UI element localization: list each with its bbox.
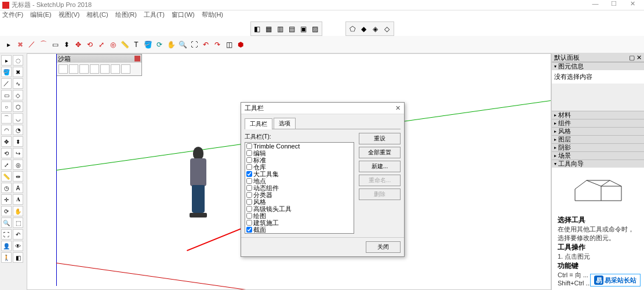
section-display-icon[interactable]: ▦ bbox=[264, 24, 274, 34]
section-cut-icon[interactable]: ▥ bbox=[275, 24, 286, 34]
next-view-icon[interactable]: ↷ bbox=[212, 39, 223, 50]
menu-window[interactable]: 窗口(W) bbox=[172, 10, 195, 20]
warehouse-icon[interactable]: ⬢ bbox=[235, 39, 246, 50]
arc3-tool[interactable]: ◠ bbox=[1, 125, 12, 135]
rotate-icon[interactable]: ⟲ bbox=[85, 39, 95, 50]
materials-section[interactable]: 材料 bbox=[552, 111, 644, 119]
entity-info-section[interactable]: 图元信息 bbox=[552, 62, 644, 70]
eraser-tool[interactable]: ✖ bbox=[13, 67, 23, 77]
sandbox-detail-icon[interactable] bbox=[111, 64, 120, 74]
toolbar-item-checkbox[interactable] bbox=[246, 220, 252, 226]
pan-tool[interactable]: ✋ bbox=[13, 206, 23, 216]
select-icon[interactable]: ▸ bbox=[3, 39, 14, 50]
toolbar-item[interactable]: 动态组件 bbox=[245, 184, 354, 191]
text3d-tool[interactable]: 𝐀 bbox=[13, 194, 23, 205]
toolbar-item-checkbox[interactable] bbox=[246, 143, 252, 149]
text-tool[interactable]: A bbox=[13, 183, 23, 193]
tray-header[interactable]: 默认面板▢ ✕ bbox=[552, 53, 644, 62]
line-tool[interactable]: ／ bbox=[1, 78, 12, 89]
paint-tool[interactable]: 🪣 bbox=[1, 67, 12, 77]
toolbar-item-checkbox[interactable] bbox=[246, 164, 252, 170]
sandbox-toolbar[interactable]: 沙箱 bbox=[56, 54, 142, 76]
look-tool[interactable]: 👁 bbox=[13, 241, 23, 251]
zoom-window-tool[interactable]: ⬚ bbox=[13, 217, 23, 228]
toolbar-item-checkbox[interactable] bbox=[246, 178, 252, 184]
maximize-button[interactable]: ☐ bbox=[605, 0, 623, 10]
toolbar-item-checkbox[interactable] bbox=[246, 199, 252, 205]
toolbar-item-checkbox[interactable] bbox=[246, 157, 252, 163]
components-section[interactable]: 组件 bbox=[552, 119, 644, 127]
sandbox-from-contours-icon[interactable] bbox=[59, 64, 68, 74]
select-tool[interactable]: ▸ bbox=[1, 55, 12, 66]
rename-button[interactable]: 重命名... bbox=[359, 175, 401, 186]
section-fill-icon[interactable]: ▤ bbox=[287, 24, 297, 34]
sandbox-close-icon[interactable] bbox=[134, 56, 140, 61]
menu-tools[interactable]: 工具(T) bbox=[144, 10, 165, 20]
section-plane-icon[interactable]: ◧ bbox=[252, 24, 263, 34]
section-tool2-icon[interactable]: ▨ bbox=[310, 24, 321, 34]
sandbox-from-scratch-icon[interactable] bbox=[69, 64, 78, 74]
shadows-section[interactable]: 阴影 bbox=[552, 143, 644, 151]
lasso-tool[interactable]: ◌ bbox=[13, 55, 23, 66]
menu-camera[interactable]: 相机(C) bbox=[86, 10, 108, 20]
menu-file[interactable]: 文件(F) bbox=[2, 10, 23, 20]
reset-all-button[interactable]: 全部重置 bbox=[359, 147, 401, 158]
tape-icon[interactable]: 📏 bbox=[119, 39, 130, 50]
protractor-tool[interactable]: ◷ bbox=[1, 183, 12, 193]
close-button[interactable]: ✕ bbox=[623, 0, 642, 10]
toolbar-item[interactable]: 大工具集 bbox=[245, 171, 354, 177]
toolbar-item[interactable]: 编辑 bbox=[245, 150, 354, 157]
section-tool[interactable]: ◧ bbox=[13, 252, 23, 263]
tab-options[interactable]: 选项 bbox=[274, 118, 296, 129]
rectangle-icon[interactable]: ▭ bbox=[50, 39, 60, 50]
orbit-icon[interactable]: ⟳ bbox=[154, 39, 165, 50]
dialog-titlebar[interactable]: 工具栏 ✕ bbox=[241, 103, 404, 114]
zoom-icon[interactable]: 🔍 bbox=[177, 39, 188, 50]
toolbar-item[interactable]: 标准 bbox=[245, 157, 354, 164]
delete-button[interactable]: 删除 bbox=[359, 188, 401, 200]
arc2-tool[interactable]: ◡ bbox=[13, 113, 23, 124]
circle-tool[interactable]: ○ bbox=[1, 102, 12, 112]
sandbox-stamp-icon[interactable] bbox=[90, 64, 99, 74]
rotate-tool[interactable]: ⟲ bbox=[1, 148, 12, 158]
tab-toolbars[interactable]: 工具栏 bbox=[245, 118, 272, 129]
toolbar-item[interactable]: 分类器 bbox=[245, 191, 354, 198]
arc-icon[interactable]: ⌒ bbox=[38, 39, 49, 50]
minimize-button[interactable]: — bbox=[586, 0, 605, 10]
toolbar-item-checkbox[interactable] bbox=[246, 171, 252, 177]
sandbox-flip-icon[interactable] bbox=[121, 64, 130, 74]
menu-draw[interactable]: 绘图(R) bbox=[115, 10, 137, 20]
followme-tool[interactable]: ↪ bbox=[13, 148, 23, 158]
arc-tool[interactable]: ⌒ bbox=[1, 113, 12, 124]
polygon-tool[interactable]: ⬡ bbox=[13, 102, 23, 112]
rect-tool[interactable]: ▭ bbox=[1, 90, 12, 100]
tape-tool[interactable]: 📏 bbox=[1, 171, 12, 182]
menu-edit[interactable]: 编辑(E) bbox=[30, 10, 52, 20]
scenes-section[interactable]: 场景 bbox=[552, 151, 644, 160]
new-button[interactable]: 新建... bbox=[359, 161, 401, 172]
toolbar-item-checkbox[interactable] bbox=[246, 150, 252, 156]
offset-icon[interactable]: ◎ bbox=[108, 39, 118, 50]
position-camera-tool[interactable]: 👤 bbox=[1, 241, 12, 251]
pan-icon[interactable]: ✋ bbox=[166, 39, 176, 50]
section-tool-icon[interactable]: ▣ bbox=[299, 24, 309, 34]
instructor-section[interactable]: 工具向导 bbox=[552, 160, 644, 168]
scale-tool[interactable]: ⤢ bbox=[1, 160, 12, 170]
sandbox-smoove-icon[interactable] bbox=[79, 64, 89, 74]
toolbar-item[interactable]: 风格 bbox=[245, 198, 354, 205]
toolbar-item[interactable]: 高级镜头工具 bbox=[245, 205, 354, 212]
toolbar-item[interactable]: Trimble Connect bbox=[245, 143, 354, 150]
eraser-icon[interactable]: ✖ bbox=[15, 39, 26, 50]
zoom-extents-tool[interactable]: ⛶ bbox=[1, 229, 12, 240]
text-icon[interactable]: T bbox=[131, 39, 141, 50]
pie-tool[interactable]: ◔ bbox=[13, 125, 23, 135]
move-tool[interactable]: ✥ bbox=[1, 136, 12, 147]
orbit-tool[interactable]: ⟳ bbox=[1, 206, 12, 216]
close-dialog-button[interactable]: 关闭 bbox=[366, 241, 401, 253]
toolbar-item-checkbox[interactable] bbox=[246, 185, 252, 191]
toolbar-item-checkbox[interactable] bbox=[246, 192, 252, 198]
rotated-rect-tool[interactable]: ◇ bbox=[13, 90, 23, 100]
toolbar-item[interactable]: 截面 bbox=[245, 226, 354, 233]
union-icon[interactable]: ◈ bbox=[370, 24, 381, 34]
sandbox-drape-icon[interactable] bbox=[100, 64, 110, 74]
